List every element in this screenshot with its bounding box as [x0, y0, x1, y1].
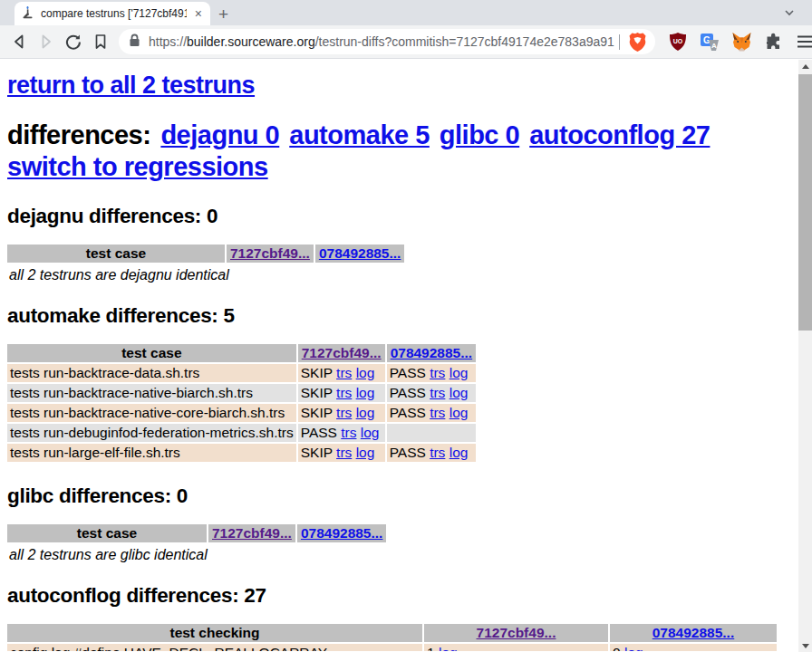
switch-to-regressions-link[interactable]: switch to regressions [7, 152, 268, 181]
log-link[interactable]: log [450, 385, 469, 400]
run2-commit-link[interactable]: 078492885... [652, 625, 735, 640]
glibc-section-heading: glibc differences: 0 [7, 484, 805, 508]
result-status: PASS [390, 365, 426, 380]
tab-search-chevron-icon[interactable] [784, 4, 795, 20]
tab-close-icon[interactable]: × [193, 7, 204, 20]
browser-tab[interactable]: compare testruns ['7127cbf491 × [14, 2, 210, 25]
result-cell: SKIP trs log [298, 364, 385, 382]
result-status: SKIP [301, 365, 333, 380]
trs-link[interactable]: trs [430, 405, 445, 420]
extensions-puzzle-icon[interactable] [762, 31, 784, 53]
trs-link[interactable]: trs [336, 385, 352, 400]
log-link[interactable]: log [450, 405, 469, 420]
page-content: return to all 2 testruns differences:dej… [0, 59, 812, 651]
tab-strip: compare testruns ['7127cbf491 × + [0, 0, 812, 25]
back-button[interactable] [5, 28, 33, 55]
reload-button[interactable] [60, 28, 87, 55]
result-status: PASS [390, 405, 426, 420]
run1-commit-link[interactable]: 7127cbf49... [302, 345, 382, 360]
result-status: SKIP [301, 385, 333, 400]
table-row: tests run-backtrace-native-biarch.sh.trs… [7, 384, 476, 402]
trs-link[interactable]: trs [336, 445, 352, 460]
tab-title: compare testruns ['7127cbf491 [41, 7, 187, 20]
run1-commit-link[interactable]: 7127cbf49... [230, 245, 310, 261]
return-to-testruns-link[interactable]: return to all 2 testruns [7, 72, 255, 99]
result-cell: SKIP trs log [298, 444, 385, 462]
page-scrollbar[interactable] [798, 60, 812, 652]
svg-text:A: A [711, 42, 717, 50]
menu-icon[interactable] [794, 31, 812, 53]
log-link[interactable]: log [361, 425, 380, 440]
site-favicon [21, 5, 34, 23]
log-link[interactable]: log [356, 405, 375, 420]
result-status: PASS [390, 385, 426, 400]
trs-link[interactable]: trs [430, 385, 445, 400]
column-header-test-checking: test checking [7, 624, 422, 642]
run1-commit-link[interactable]: 7127cbf49... [212, 525, 292, 541]
log-link[interactable]: log [356, 445, 375, 460]
omnibox-separator [619, 34, 620, 50]
glibc-identical-note: all 2 testruns are glibc identical [9, 547, 805, 563]
url-text: https://builder.sourceware.org/testrun-d… [149, 34, 615, 49]
result-cell: 1 log [424, 644, 608, 651]
google-translate-icon[interactable]: G A [699, 31, 720, 53]
differences-heading: differences:dejagnu 0automake 5glibc 0au… [7, 120, 805, 184]
column-header-test-case: test case [7, 244, 225, 263]
result-status: SKIP [301, 445, 333, 460]
run2-commit-link[interactable]: 078492885... [319, 245, 401, 261]
forward-button[interactable] [33, 28, 60, 55]
scrollbar-thumb[interactable] [798, 74, 812, 331]
ublock-origin-icon[interactable]: UO [667, 31, 689, 53]
scrollbar-down-arrow[interactable] [798, 639, 812, 652]
test-name-cell: tests run-backtrace-native-biarch.sh.trs [7, 384, 296, 402]
log-link[interactable]: log [450, 445, 469, 460]
automake-count-link[interactable]: automake 5 [289, 120, 430, 149]
autoconflog-count-link[interactable]: autoconflog 27 [529, 120, 710, 149]
run2-commit-link[interactable]: 078492885... [301, 525, 383, 541]
dejagnu-section-heading: dejagnu differences: 0 [7, 205, 805, 228]
trs-link[interactable]: trs [341, 425, 356, 440]
run1-commit-link[interactable]: 7127cbf49... [477, 625, 556, 640]
log-link[interactable]: log [439, 645, 458, 651]
trs-link[interactable]: trs [336, 405, 352, 420]
run2-commit-link[interactable]: 078492885... [391, 345, 473, 360]
trs-link[interactable]: trs [430, 445, 445, 460]
log-link[interactable]: log [356, 365, 375, 380]
result-cell: SKIP trs log [298, 384, 385, 402]
result-status: PASS [301, 425, 337, 440]
result-cell: 0 log [610, 644, 777, 651]
extension-icons: UO G A [667, 31, 812, 53]
trs-link[interactable]: trs [336, 365, 352, 380]
table-row: tests run-backtrace-native-core-biarch.s… [7, 404, 476, 422]
test-name-cell: tests run-backtrace-native-core-biarch.s… [7, 404, 296, 422]
return-heading: return to all 2 testruns [7, 72, 805, 100]
glibc-count-link[interactable]: glibc 0 [440, 120, 519, 149]
result-cell: SKIP trs log [298, 404, 385, 422]
result-status: 1 [427, 645, 435, 651]
brave-shield-icon[interactable] [626, 31, 648, 53]
table-row: config.log #define HAVE_DECL_REALLOCARRA… [7, 644, 777, 651]
table-row: tests run-large-elf-file.sh.trsSKIP trs … [7, 444, 476, 462]
lock-icon [129, 34, 140, 51]
test-name-cell: tests run-debuginfod-federation-metrics.… [7, 424, 296, 442]
log-link[interactable]: log [624, 645, 643, 651]
metamask-icon[interactable] [730, 31, 752, 53]
browser-toolbar: https://builder.sourceware.org/testrun-d… [0, 25, 812, 59]
automake-section-heading: automake differences: 5 [7, 304, 805, 328]
trs-link[interactable]: trs [430, 365, 445, 380]
test-name-cell: tests run-large-elf-file.sh.trs [7, 444, 296, 462]
log-link[interactable]: log [450, 365, 469, 380]
address-bar[interactable]: https://builder.sourceware.org/testrun-d… [119, 29, 655, 54]
new-tab-button[interactable]: + [218, 5, 228, 23]
result-cell [387, 424, 477, 442]
table-row: tests run-backtrace-data.sh.trsSKIP trs … [7, 364, 476, 382]
bookmark-icon[interactable] [87, 28, 114, 55]
result-cell: PASS trs log [387, 384, 477, 402]
scrollbar-up-arrow[interactable] [798, 60, 812, 72]
result-status: SKIP [301, 405, 333, 420]
column-header-test-case: test case [7, 524, 207, 542]
dejagnu-count-link[interactable]: dejagnu 0 [160, 120, 279, 149]
dejagnu-identical-note: all 2 testruns are dejagnu identical [9, 267, 805, 283]
log-link[interactable]: log [356, 385, 375, 400]
table-row: tests run-debuginfod-federation-metrics.… [7, 424, 476, 442]
